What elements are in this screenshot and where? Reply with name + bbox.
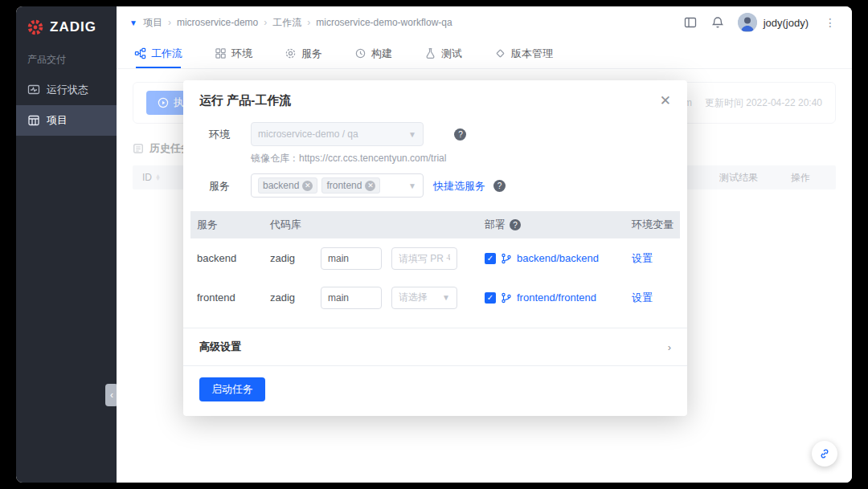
- deploy-target-icon: [501, 253, 512, 264]
- env-help-icon[interactable]: ?: [454, 128, 466, 141]
- deploy-target-icon: [501, 292, 512, 304]
- col-deploy-label: 部署: [485, 218, 506, 232]
- service-name: backend: [197, 252, 270, 264]
- env-var-settings-link[interactable]: 设置: [632, 291, 674, 305]
- notifications-bell-icon[interactable]: [710, 15, 725, 30]
- sidebar-item-label: 项目: [47, 113, 68, 128]
- app-window: ZADIG 产品交付 运行状态 项目 ‹: [16, 6, 852, 483]
- col-service: 服务: [197, 218, 270, 232]
- quick-select-help-icon[interactable]: ?: [493, 180, 506, 192]
- tab-workflows[interactable]: 工作流: [134, 39, 182, 68]
- branch-cell: [321, 287, 391, 309]
- deploy-checkbox[interactable]: ✓: [485, 253, 496, 264]
- pr-select-placeholder: 请选择: [399, 291, 428, 304]
- env-select-value: microservice-demo / qa: [258, 128, 358, 140]
- deploy-target[interactable]: frontend/frontend: [517, 291, 596, 304]
- environment-icon: [215, 47, 227, 59]
- user-avatar[interactable]: [738, 13, 757, 32]
- advanced-settings-toggle[interactable]: 高级设置 ›: [183, 328, 687, 365]
- tab-releases[interactable]: 版本管理: [494, 39, 553, 68]
- modal-title: 运行 产品-工作流: [199, 93, 291, 108]
- col-repo: 代码库: [270, 218, 321, 232]
- service-tag-frontend: frontend ✕: [321, 177, 380, 194]
- tag-label: frontend: [326, 180, 362, 191]
- run-workflow-modal: 运行 产品-工作流 ✕ 环境 microservice-demo / qa ▼ …: [183, 80, 687, 416]
- floating-link-button[interactable]: [812, 441, 837, 467]
- sidebar-item-projects[interactable]: 项目: [16, 105, 117, 136]
- run-status-icon: [27, 84, 40, 96]
- table-row: backend zadig ✓: [190, 238, 680, 278]
- remove-tag-icon[interactable]: ✕: [302, 181, 313, 191]
- services-icon: [285, 47, 297, 59]
- more-menu-icon[interactable]: ⋮: [821, 16, 839, 29]
- tab-environments[interactable]: 环境: [215, 39, 252, 68]
- env-label: 环境: [209, 122, 241, 142]
- main-area: ▼ 项目 › microservice-demo › 工作流 › microse…: [117, 6, 852, 483]
- branch-input[interactable]: [321, 247, 382, 270]
- tab-label: 构建: [371, 47, 392, 61]
- advanced-settings-label: 高级设置: [199, 340, 241, 354]
- repo-name: zadig: [270, 252, 321, 264]
- tab-bar: 工作流 环境 服务: [117, 39, 852, 69]
- close-icon[interactable]: ✕: [660, 94, 671, 108]
- tab-label: 服务: [301, 47, 322, 61]
- breadcrumb-item-workflows[interactable]: 工作流: [272, 16, 301, 30]
- chevron-down-icon: ▼: [442, 293, 450, 302]
- workflow-icon: [134, 47, 146, 59]
- tab-services[interactable]: 服务: [285, 39, 322, 68]
- env-select[interactable]: microservice-demo / qa ▼: [251, 122, 424, 146]
- chevron-left-icon: ‹: [110, 389, 113, 401]
- modal-header: 运行 产品-工作流 ✕: [183, 80, 687, 118]
- sidebar-item-run-status[interactable]: 运行状态: [16, 75, 117, 105]
- breadcrumb-item-workflow-name: microservice-demo-workflow-qa: [316, 17, 452, 28]
- pr-number-input[interactable]: [391, 247, 457, 270]
- tag-label: backend: [263, 180, 299, 191]
- service-table-header: 服务 代码库 部署 ? 环境变量: [190, 211, 680, 238]
- zadig-logo-icon: [27, 19, 43, 35]
- deploy-help-icon[interactable]: ?: [510, 219, 521, 230]
- tab-tests[interactable]: 测试: [424, 39, 462, 68]
- start-task-button[interactable]: 启动任务: [199, 377, 265, 401]
- env-form-row: 环境 microservice-demo / qa ▼ 镜像仓库：https:/…: [183, 118, 687, 169]
- col-deploy: 部署 ?: [485, 218, 632, 232]
- deploy-cell: ✓ frontend/frontend: [485, 291, 632, 304]
- service-multiselect[interactable]: backend ✕ frontend ✕ ▼: [251, 173, 424, 198]
- breadcrumb-item-projects[interactable]: 项目: [143, 16, 162, 30]
- remove-tag-icon[interactable]: ✕: [365, 181, 375, 191]
- topbar-actions: jody(jody) ⋮: [683, 13, 839, 32]
- chevron-right-icon: ›: [668, 341, 671, 353]
- breadcrumb-separator: ›: [168, 17, 171, 28]
- pr-select[interactable]: 请选择 ▼: [391, 287, 457, 309]
- service-field: backend ✕ frontend ✕ ▼: [251, 173, 424, 198]
- service-tag-backend: backend ✕: [258, 177, 317, 194]
- deploy-target[interactable]: backend/backend: [517, 252, 599, 264]
- service-label: 服务: [209, 173, 241, 194]
- logo[interactable]: ZADIG: [16, 6, 117, 43]
- breadcrumb-item-project-name[interactable]: microservice-demo: [177, 17, 258, 28]
- pr-cell: 请选择 ▼: [391, 287, 485, 309]
- breadcrumb-separator: ›: [264, 17, 267, 28]
- service-name: frontend: [197, 291, 270, 304]
- env-field: microservice-demo / qa ▼ 镜像仓库：https://cc…: [251, 122, 446, 165]
- registry-note: 镜像仓库：https://ccr.ccs.tencentyun.com/tria…: [251, 152, 446, 165]
- quick-select-services-link[interactable]: 快捷选服务: [433, 173, 485, 194]
- test-flask-icon: [424, 47, 436, 59]
- breadcrumb-dropdown-icon[interactable]: ▼: [129, 18, 137, 27]
- user-name[interactable]: jody(jody): [764, 17, 809, 29]
- tab-label: 工作流: [151, 47, 182, 61]
- sidebar-section-label: 产品交付: [16, 43, 117, 75]
- build-icon: [354, 47, 366, 59]
- tab-label: 测试: [441, 47, 462, 61]
- tab-label: 版本管理: [511, 47, 553, 61]
- projects-icon: [27, 114, 40, 127]
- deploy-checkbox[interactable]: ✓: [485, 292, 496, 304]
- tab-builds[interactable]: 构建: [354, 39, 392, 68]
- version-icon: [494, 47, 506, 59]
- branch-cell: [321, 247, 391, 270]
- env-var-settings-link[interactable]: 设置: [632, 251, 674, 266]
- service-build-table: 服务 代码库 部署 ? 环境变量 backend zadig: [190, 211, 680, 317]
- sidebar-item-label: 运行状态: [47, 83, 88, 97]
- branch-input[interactable]: [321, 287, 382, 309]
- logo-text: ZADIG: [50, 19, 96, 35]
- panel-layout-icon[interactable]: [683, 15, 698, 30]
